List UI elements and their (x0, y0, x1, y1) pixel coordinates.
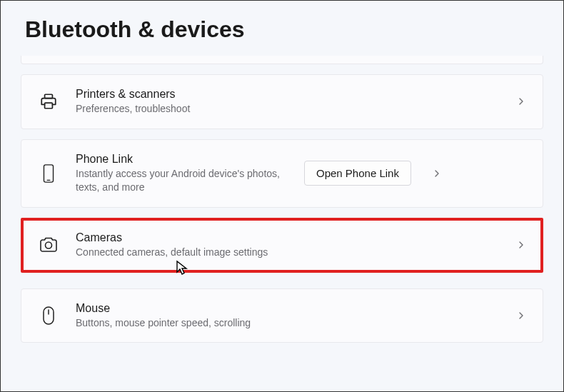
card-text: Mouse Buttons, mouse pointer speed, scro… (76, 302, 515, 330)
printer-icon (39, 91, 59, 111)
card-subtitle: Connected cameras, default image setting… (76, 246, 515, 259)
svg-rect-2 (44, 165, 53, 182)
card-title: Mouse (76, 302, 515, 315)
card-text: Phone Link Instantly access your Android… (76, 153, 304, 194)
setting-card-mouse[interactable]: Mouse Buttons, mouse pointer speed, scro… (21, 288, 543, 343)
camera-icon (39, 235, 59, 255)
partial-card-top (21, 56, 543, 64)
mouse-icon (39, 306, 59, 326)
card-text: Cameras Connected cameras, default image… (76, 231, 515, 259)
chevron-right-icon (515, 239, 527, 251)
setting-card-phone-link[interactable]: Phone Link Instantly access your Android… (21, 139, 543, 208)
svg-point-4 (46, 242, 52, 248)
card-subtitle: Instantly access your Android device's p… (76, 167, 304, 194)
card-title: Printers & scanners (76, 88, 515, 101)
open-phone-link-button[interactable]: Open Phone Link (304, 161, 411, 186)
chevron-right-icon (515, 96, 527, 107)
card-text: Printers & scanners Preferences, trouble… (76, 88, 515, 116)
settings-list: Printers & scanners Preferences, trouble… (1, 56, 563, 343)
card-title: Cameras (76, 231, 515, 244)
page-title: Bluetooth & devices (1, 1, 563, 56)
card-title: Phone Link (76, 153, 304, 166)
svg-rect-1 (45, 104, 53, 109)
chevron-right-icon (515, 310, 527, 321)
card-subtitle: Preferences, troubleshoot (76, 102, 515, 116)
chevron-right-icon (431, 168, 443, 179)
phone-icon (39, 164, 59, 184)
setting-card-printers[interactable]: Printers & scanners Preferences, trouble… (21, 74, 543, 129)
setting-card-cameras[interactable]: Cameras Connected cameras, default image… (21, 218, 543, 273)
card-subtitle: Buttons, mouse pointer speed, scrolling (76, 316, 515, 330)
